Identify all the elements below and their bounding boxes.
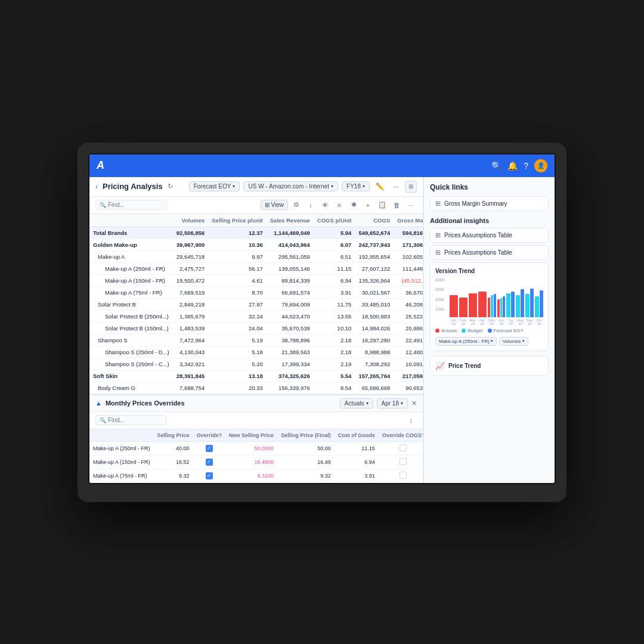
row-cell: 111,448,024 <box>394 262 423 274</box>
table-row[interactable]: Shampoo S (250ml - C...)3,342,9215.2017,… <box>89 358 423 370</box>
row-cell: 171,306,021 <box>394 239 423 250</box>
actuals-bar <box>497 299 500 317</box>
row-cell: 79,694,009 <box>267 298 314 310</box>
budget-bar <box>525 294 529 317</box>
overrides-table: Selling Price Override? New Selling Pric… <box>89 429 423 483</box>
table-row[interactable]: Make-up A (75ml - FR)7,669,5198.7066,691… <box>89 286 423 298</box>
insight-label-2: Prices Assumptions Table <box>444 249 512 256</box>
row-cell: 7,688,754 <box>173 382 209 394</box>
forecast-bar <box>494 294 496 317</box>
checkbox[interactable] <box>400 444 407 451</box>
sort-icon[interactable]: ↕ <box>305 199 317 211</box>
row-cell: 1,483,539 <box>173 322 209 334</box>
row-cell: 28,391,845 <box>173 370 209 382</box>
ov-col-name <box>89 429 154 442</box>
chart-dropdowns: Make-up A (250ml - FR) Volumes <box>435 337 543 346</box>
search-input[interactable] <box>108 202 163 208</box>
override-cell: 16.4900 <box>225 455 277 469</box>
table-row[interactable]: Solar Protect B (150ml...)1,483,53924.04… <box>89 322 423 334</box>
row-cell: 2,475,727 <box>173 262 209 274</box>
chart-metric-dropdown[interactable]: Volumes <box>499 337 528 346</box>
override-row[interactable]: Make-up A (150ml - FR)16.52✓16.490016.49… <box>89 455 423 469</box>
table-row[interactable]: Make-up A29,645,7189.97295,561,0596.5119… <box>89 250 423 262</box>
table-row[interactable]: Make-up A (250ml - FR)2,475,72756.17139,… <box>89 262 423 274</box>
checkbox[interactable] <box>400 472 407 479</box>
table-row[interactable]: Body Cream G7,688,75420.33156,339,9768.5… <box>89 382 423 394</box>
view-button[interactable]: ⊞ View <box>261 200 289 210</box>
checkbox[interactable] <box>400 458 407 465</box>
override-cell: 11.15 <box>335 441 379 455</box>
row-cell: 5.20 <box>208 358 267 370</box>
x-label: Mar 18 <box>469 318 477 326</box>
table-row[interactable]: Make-up A (150ml - FR)19,500,4724.6189,8… <box>89 274 423 286</box>
table-row[interactable]: Solar Protect B2,849,21827.9779,694,0091… <box>89 298 423 310</box>
table-row[interactable]: Solar Protect B (250ml...)1,365,67932.24… <box>89 310 423 322</box>
overrides-sort-icon[interactable]: ↕ <box>405 414 417 426</box>
avatar[interactable]: 👤 <box>534 159 547 172</box>
ov-col-override-cogs: Override COGS? <box>379 429 423 442</box>
delete-icon[interactable]: 🗑 <box>391 199 402 211</box>
row-cell: 27.97 <box>208 298 267 310</box>
year-dropdown[interactable]: FY18 <box>342 181 370 191</box>
overrides-search-input[interactable] <box>108 417 163 423</box>
table-row[interactable]: Soft Skin28,391,84513.18374,325,6265.541… <box>89 370 423 382</box>
checkbox[interactable]: ✓ <box>206 445 213 452</box>
copy-icon[interactable]: 📋 <box>376 199 388 211</box>
row-name: Soft Skin <box>89 370 173 382</box>
sub-header: ‹ Pricing Analysis ↻ Forecast EOY US W -… <box>89 177 423 197</box>
table-row[interactable]: Shampoo S (250ml - D...)4,130,0435.1821,… <box>89 346 423 358</box>
overrides-header-right: Actuals Apr 18 ✕ <box>340 398 417 408</box>
search-icon[interactable]: 🔍 <box>491 161 501 171</box>
back-button[interactable]: ‹ <box>95 182 98 191</box>
actuals-dropdown[interactable]: Actuals <box>340 398 373 408</box>
refresh-icon[interactable]: ↻ <box>168 182 173 190</box>
star-icon[interactable]: ✱ <box>348 199 360 211</box>
close-overrides-icon[interactable]: ✕ <box>411 400 417 407</box>
market-dropdown[interactable]: US W - Amazon.com - Internet <box>243 181 338 191</box>
edit-button[interactable]: ✏️ <box>373 181 387 192</box>
ov-col-cost: Cost of Goods <box>335 429 379 442</box>
overrides-search[interactable]: 🔍 <box>95 415 167 425</box>
bar-group <box>506 292 515 317</box>
actuals-bar <box>478 292 487 317</box>
more-icon[interactable]: ··· <box>405 199 417 211</box>
insight-prices-2[interactable]: ⊞ Prices Assumptions Table <box>430 245 549 260</box>
row-cell: 90,653,308 <box>394 382 423 394</box>
eye-icon[interactable]: 👁 <box>319 199 331 211</box>
row-cell: 56.17 <box>208 262 267 274</box>
quick-link-gross-margin[interactable]: ⊞ Gross Margin Summary <box>430 196 549 211</box>
col-volumes: Volumes <box>173 214 209 227</box>
bar-group <box>488 294 496 317</box>
row-cell: 11.15 <box>314 262 355 274</box>
filter-icon[interactable]: ⚙ <box>290 199 302 211</box>
actuals-dot <box>435 329 439 333</box>
override-cell: 3.91 <box>335 469 379 482</box>
checkbox[interactable]: ✓ <box>206 459 213 466</box>
apr-dropdown[interactable]: Apr 18 <box>377 398 408 408</box>
row-name: Shampoo S <box>89 334 173 346</box>
table-row[interactable]: Golden Make-up39,967,90010.36414,043,964… <box>89 239 423 250</box>
search-box[interactable]: 🔍 <box>95 200 167 210</box>
row-cell: 89,814,339 <box>267 274 314 286</box>
y-axis-labels: 400k 300k 200k 100k <box>435 278 448 317</box>
add-icon[interactable]: + <box>362 199 374 211</box>
insight-prices-1[interactable]: ⊞ Prices Assumptions Table <box>430 228 549 243</box>
collapse-icon[interactable]: ▲ <box>95 400 102 407</box>
expand-button[interactable]: ⊞ <box>405 181 417 193</box>
price-trend-card[interactable]: 📈 Price Trend <box>430 356 549 376</box>
help-icon[interactable]: ? <box>524 161 528 171</box>
override-row[interactable]: Make-up A (75ml - FR)9.32✓9.32009.323.91… <box>89 469 423 482</box>
checkbox[interactable]: ✓ <box>206 472 213 479</box>
table-row[interactable]: Shampoo S7,472,9645.1938,788,8962.1816,2… <box>89 334 423 346</box>
more-options-button[interactable]: ··· <box>391 181 401 192</box>
legend-budget: Budget <box>462 328 482 333</box>
forecast-dropdown[interactable]: Forecast EOY <box>189 181 240 191</box>
overrides-toolbar: 🔍 ↕ <box>89 412 423 429</box>
override-cell: 50.0000 <box>225 441 277 455</box>
chart-product-dropdown[interactable]: Make-up A (250ml - FR) <box>435 337 497 346</box>
bars-container <box>450 278 543 317</box>
override-row[interactable]: Make-up A (250ml - FR)40.00✓50.000050.00… <box>89 441 423 455</box>
list-icon[interactable]: ≡ <box>333 199 345 211</box>
table-row[interactable]: Total Brands92,506,85612.371,144,469,049… <box>89 227 423 239</box>
notification-icon[interactable]: 🔔 <box>507 161 518 171</box>
